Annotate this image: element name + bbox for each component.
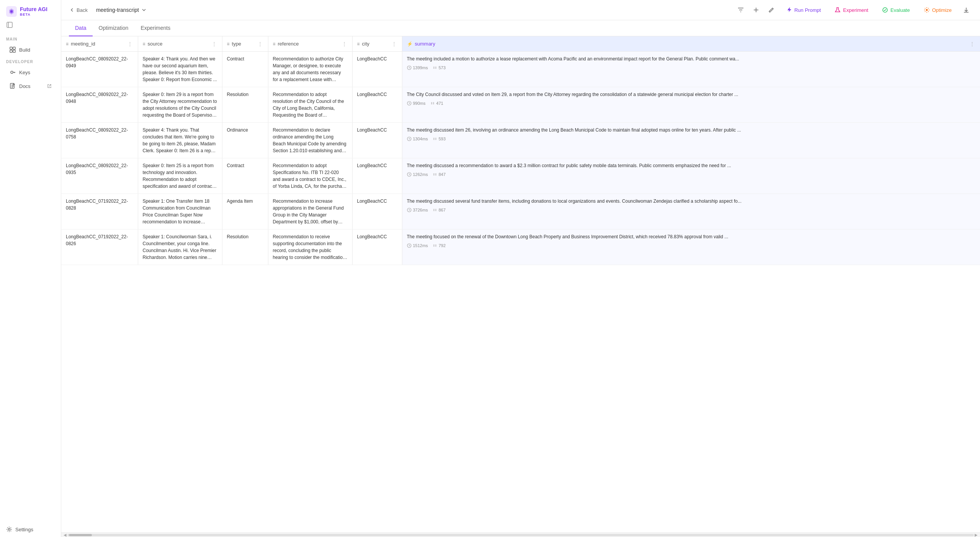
run-prompt-label: Run Prompt: [794, 7, 821, 13]
sidebar-item-settings[interactable]: Settings: [0, 522, 61, 537]
cell-source: Speaker 0: Item 25 is a report from tech…: [138, 158, 222, 194]
list-icon: ≡: [143, 41, 145, 47]
cell-type: Ordinance: [222, 123, 268, 158]
sidebar-toggle-icon: [6, 21, 13, 28]
table-container[interactable]: ≡ meeting_id ⋮ ≡ source ⋮: [61, 36, 980, 532]
th-reference[interactable]: ≡ reference ⋮: [268, 36, 352, 52]
th-type-menu[interactable]: ⋮: [257, 40, 263, 47]
sidebar-item-docs[interactable]: Docs: [3, 80, 58, 93]
th-city[interactable]: ≡ city ⋮: [352, 36, 402, 52]
sidebar-item-keys[interactable]: Keys: [3, 66, 58, 79]
th-source-menu[interactable]: ⋮: [211, 40, 217, 47]
tab-experiments[interactable]: Experiments: [134, 20, 176, 36]
back-icon: [69, 7, 75, 13]
add-button[interactable]: [750, 4, 762, 16]
summary-ms: 990ms: [407, 101, 426, 106]
summary-ms: 1304ms: [407, 137, 428, 141]
clock-icon: [407, 101, 412, 106]
cell-city: LongBeachCC: [352, 123, 402, 158]
table-body: LongBeachCC_08092022_22-0949Speaker 4: T…: [61, 52, 980, 265]
dataset-selector[interactable]: meeting-transcript: [92, 5, 150, 15]
bottom-scrollbar[interactable]: ◀ ▶: [61, 532, 980, 537]
download-icon: [963, 7, 970, 13]
list-icon: ≡: [66, 41, 69, 47]
experiment-label: Experiment: [843, 7, 868, 13]
cell-summary: The meeting focused on the renewal of th…: [402, 229, 980, 265]
svg-point-12: [926, 9, 928, 11]
evaluate-icon: [882, 7, 888, 13]
cell-meeting-id: LongBeachCC_08092022_22-0935: [61, 158, 138, 194]
tokens-icon: [433, 172, 437, 177]
list-icon: ≡: [273, 41, 276, 47]
optimize-button[interactable]: Optimize: [918, 5, 957, 15]
th-source[interactable]: ≡ source ⋮: [138, 36, 222, 52]
th-meeting-id[interactable]: ≡ meeting_id ⋮: [61, 36, 138, 52]
cell-city: LongBeachCC: [352, 52, 402, 87]
external-link-icon: [47, 84, 52, 88]
clock-icon: [407, 208, 412, 212]
summary-tokens: 471: [430, 101, 443, 106]
cell-summary: The meeting discussed item 26, involving…: [402, 123, 980, 158]
grid-icon: [9, 46, 16, 53]
main-content: Back meeting-transcript: [61, 0, 980, 537]
app-beta: BETA: [20, 13, 47, 16]
cell-reference: Recommendation to increase appropriation…: [268, 194, 352, 229]
app-name: Future AGI: [20, 7, 47, 12]
scrollbar-thumb[interactable]: [69, 534, 92, 536]
docs-label: Docs: [19, 83, 31, 89]
cell-source: Speaker 4: Thank you. That concludes tha…: [138, 123, 222, 158]
logo-icon: [6, 6, 17, 17]
table-row: LongBeachCC_08092022_22-0948Speaker 0: I…: [61, 87, 980, 123]
cell-city: LongBeachCC: [352, 229, 402, 265]
list-icon: ≡: [227, 41, 230, 47]
lightning-icon: [786, 7, 792, 13]
docs-icon: [9, 83, 16, 90]
download-button[interactable]: [960, 4, 972, 16]
list-icon: ≡: [357, 41, 360, 47]
summary-tokens: 847: [433, 172, 446, 177]
sidebar: Future AGI BETA MAIN Build DEVELOPER: [0, 0, 61, 537]
cell-meeting-id: LongBeachCC_07192022_22-0828: [61, 194, 138, 229]
main-section-label: MAIN: [0, 34, 61, 43]
cell-meeting-id: LongBeachCC_08092022_22-0758: [61, 123, 138, 158]
clock-icon: [407, 65, 412, 70]
summary-tokens: 792: [433, 243, 446, 248]
svg-rect-2: [7, 22, 12, 28]
evaluate-button[interactable]: Evaluate: [877, 5, 915, 15]
chevron-down-icon: [141, 7, 147, 13]
tab-optimization[interactable]: Optimization: [93, 20, 135, 36]
tab-data[interactable]: Data: [69, 20, 93, 36]
filter-button[interactable]: [735, 4, 747, 16]
back-button[interactable]: Back: [69, 7, 88, 13]
experiment-icon: [835, 7, 841, 13]
cell-type: Contract: [222, 158, 268, 194]
cell-source: Speaker 0: Item 29 is a report from the …: [138, 87, 222, 123]
th-summary[interactable]: ⚡ summary ⋮: [402, 36, 980, 52]
cell-summary: The City Council discussed and voted on …: [402, 87, 980, 123]
scroll-left-btn[interactable]: ◀: [63, 533, 67, 537]
edit-button[interactable]: [765, 4, 777, 16]
th-type[interactable]: ≡ type ⋮: [222, 36, 268, 52]
scroll-right-btn[interactable]: ▶: [974, 533, 978, 537]
summary-ms: 1512ms: [407, 243, 428, 248]
th-city-menu[interactable]: ⋮: [391, 40, 397, 47]
th-meeting-id-menu[interactable]: ⋮: [127, 40, 133, 47]
th-reference-menu[interactable]: ⋮: [341, 40, 348, 47]
th-summary-menu[interactable]: ⋮: [969, 40, 975, 47]
back-label: Back: [77, 7, 88, 13]
sidebar-item-build[interactable]: Build: [3, 43, 58, 56]
table-row: LongBeachCC_07192022_22-0828Speaker 1: O…: [61, 194, 980, 229]
cell-summary: The meeting discussed a recommendation t…: [402, 158, 980, 194]
cell-type: Resolution: [222, 87, 268, 123]
svg-rect-5: [13, 47, 15, 49]
sidebar-toggle-btn[interactable]: [0, 20, 61, 34]
summary-tokens: 593: [433, 137, 446, 141]
experiment-button[interactable]: Experiment: [829, 5, 874, 15]
cell-meeting-id: LongBeachCC_07192022_22-0826: [61, 229, 138, 265]
plus-icon: [753, 7, 760, 13]
cell-summary: The meeting included a motion to authori…: [402, 52, 980, 87]
cell-type: Contract: [222, 52, 268, 87]
scrollbar-track[interactable]: [67, 534, 974, 536]
run-prompt-button[interactable]: Run Prompt: [781, 5, 826, 15]
summary-tokens: 573: [433, 65, 446, 70]
